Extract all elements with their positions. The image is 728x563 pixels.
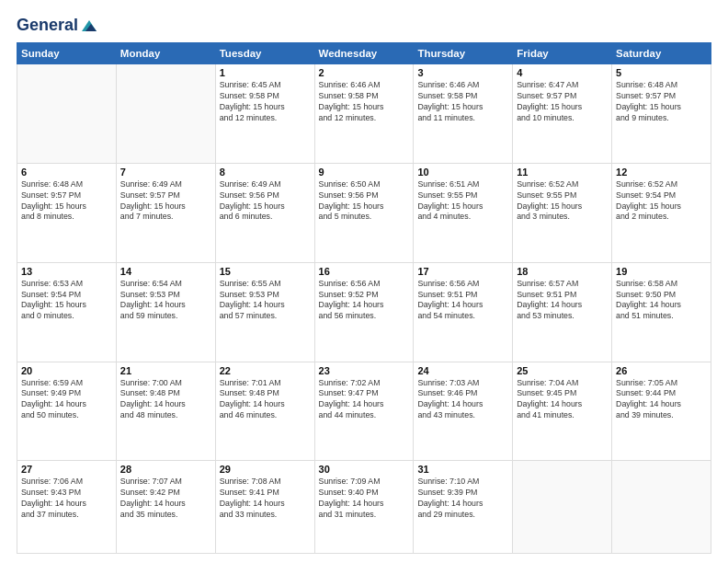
calendar-cell: 9Sunrise: 6:50 AMSunset: 9:56 PMDaylight… [314, 163, 414, 262]
day-number: 29 [220, 464, 311, 475]
calendar-cell: 15Sunrise: 6:55 AMSunset: 9:53 PMDayligh… [215, 262, 314, 362]
calendar-week-4: 20Sunrise: 6:59 AMSunset: 9:49 PMDayligh… [17, 362, 711, 461]
day-info: Sunrise: 6:56 AMSunset: 9:51 PMDaylight:… [417, 279, 508, 323]
day-info: Sunrise: 6:59 AMSunset: 9:49 PMDaylight:… [21, 378, 112, 422]
calendar-week-3: 13Sunrise: 6:53 AMSunset: 9:54 PMDayligh… [17, 262, 711, 362]
calendar-cell: 30Sunrise: 7:09 AMSunset: 9:40 PMDayligh… [314, 461, 414, 554]
day-number: 18 [517, 266, 608, 277]
day-info: Sunrise: 6:46 AMSunset: 9:58 PMDaylight:… [319, 80, 410, 124]
calendar-week-5: 27Sunrise: 7:06 AMSunset: 9:43 PMDayligh… [17, 461, 711, 554]
calendar-cell: 10Sunrise: 6:51 AMSunset: 9:55 PMDayligh… [414, 163, 513, 262]
calendar-cell: 7Sunrise: 6:49 AMSunset: 9:57 PMDaylight… [116, 163, 215, 262]
page: General SundayMondayTuesdayWednesdayThur… [0, 0, 728, 563]
logo-icon [80, 17, 98, 35]
weekday-header-friday: Friday [513, 43, 612, 64]
day-number: 24 [417, 365, 508, 376]
day-info: Sunrise: 7:06 AMSunset: 9:43 PMDaylight:… [21, 477, 112, 521]
header: General [17, 17, 711, 35]
day-info: Sunrise: 7:09 AMSunset: 9:40 PMDaylight:… [319, 477, 410, 521]
day-number: 19 [616, 266, 707, 277]
calendar-table: SundayMondayTuesdayWednesdayThursdayFrid… [17, 42, 711, 554]
day-info: Sunrise: 6:53 AMSunset: 9:54 PMDaylight:… [21, 279, 112, 323]
day-info: Sunrise: 6:56 AMSunset: 9:52 PMDaylight:… [319, 279, 410, 323]
day-info: Sunrise: 7:05 AMSunset: 9:44 PMDaylight:… [616, 378, 707, 422]
day-info: Sunrise: 7:10 AMSunset: 9:39 PMDaylight:… [417, 477, 508, 521]
calendar-cell: 26Sunrise: 7:05 AMSunset: 9:44 PMDayligh… [612, 362, 711, 461]
day-info: Sunrise: 6:51 AMSunset: 9:55 PMDaylight:… [417, 179, 508, 224]
calendar-cell: 1Sunrise: 6:45 AMSunset: 9:58 PMDaylight… [215, 64, 314, 164]
day-info: Sunrise: 6:50 AMSunset: 9:56 PMDaylight:… [319, 179, 410, 224]
day-number: 3 [417, 67, 508, 78]
day-number: 27 [21, 464, 112, 475]
day-number: 20 [21, 365, 112, 376]
calendar-cell: 17Sunrise: 6:56 AMSunset: 9:51 PMDayligh… [414, 262, 513, 362]
day-number: 5 [616, 67, 707, 78]
calendar-cell: 22Sunrise: 7:01 AMSunset: 9:48 PMDayligh… [215, 362, 314, 461]
day-info: Sunrise: 7:03 AMSunset: 9:46 PMDaylight:… [417, 378, 508, 422]
calendar-cell: 16Sunrise: 6:56 AMSunset: 9:52 PMDayligh… [314, 262, 414, 362]
calendar-cell: 23Sunrise: 7:02 AMSunset: 9:47 PMDayligh… [314, 362, 414, 461]
calendar-cell: 14Sunrise: 6:54 AMSunset: 9:53 PMDayligh… [116, 262, 215, 362]
weekday-header-row: SundayMondayTuesdayWednesdayThursdayFrid… [17, 43, 711, 64]
calendar-cell: 20Sunrise: 6:59 AMSunset: 9:49 PMDayligh… [17, 362, 117, 461]
day-number: 12 [616, 167, 707, 178]
day-number: 26 [616, 365, 707, 376]
day-info: Sunrise: 7:07 AMSunset: 9:42 PMDaylight:… [120, 477, 211, 521]
day-number: 23 [319, 365, 410, 376]
calendar-cell: 18Sunrise: 6:57 AMSunset: 9:51 PMDayligh… [513, 262, 612, 362]
day-info: Sunrise: 6:49 AMSunset: 9:56 PMDaylight:… [220, 179, 311, 224]
day-number: 4 [517, 67, 608, 78]
weekday-header-saturday: Saturday [612, 43, 711, 64]
calendar-cell: 21Sunrise: 7:00 AMSunset: 9:48 PMDayligh… [116, 362, 215, 461]
day-number: 28 [120, 464, 211, 475]
calendar-cell [513, 461, 612, 554]
day-info: Sunrise: 6:58 AMSunset: 9:50 PMDaylight:… [616, 279, 707, 323]
day-number: 25 [517, 365, 608, 376]
day-info: Sunrise: 6:55 AMSunset: 9:53 PMDaylight:… [220, 279, 311, 323]
logo-text-general: General [17, 17, 78, 35]
day-number: 8 [220, 167, 311, 178]
day-number: 16 [319, 266, 410, 277]
calendar-cell: 13Sunrise: 6:53 AMSunset: 9:54 PMDayligh… [17, 262, 117, 362]
day-info: Sunrise: 6:49 AMSunset: 9:57 PMDaylight:… [120, 179, 211, 224]
weekday-header-tuesday: Tuesday [215, 43, 314, 64]
calendar-cell: 25Sunrise: 7:04 AMSunset: 9:45 PMDayligh… [513, 362, 612, 461]
day-number: 9 [319, 167, 410, 178]
day-info: Sunrise: 7:08 AMSunset: 9:41 PMDaylight:… [220, 477, 311, 521]
calendar-cell: 28Sunrise: 7:07 AMSunset: 9:42 PMDayligh… [116, 461, 215, 554]
day-info: Sunrise: 6:48 AMSunset: 9:57 PMDaylight:… [616, 80, 707, 124]
day-number: 14 [120, 266, 211, 277]
weekday-header-thursday: Thursday [414, 43, 513, 64]
calendar-cell: 11Sunrise: 6:52 AMSunset: 9:55 PMDayligh… [513, 163, 612, 262]
day-number: 1 [220, 67, 311, 78]
calendar-cell: 8Sunrise: 6:49 AMSunset: 9:56 PMDaylight… [215, 163, 314, 262]
day-info: Sunrise: 6:47 AMSunset: 9:57 PMDaylight:… [517, 80, 608, 124]
day-info: Sunrise: 6:57 AMSunset: 9:51 PMDaylight:… [517, 279, 608, 323]
calendar-cell [612, 461, 711, 554]
calendar-cell: 24Sunrise: 7:03 AMSunset: 9:46 PMDayligh… [414, 362, 513, 461]
calendar-cell: 3Sunrise: 6:46 AMSunset: 9:58 PMDaylight… [414, 64, 513, 164]
calendar-cell: 27Sunrise: 7:06 AMSunset: 9:43 PMDayligh… [17, 461, 117, 554]
weekday-header-monday: Monday [116, 43, 215, 64]
day-info: Sunrise: 7:01 AMSunset: 9:48 PMDaylight:… [220, 378, 311, 422]
day-number: 17 [417, 266, 508, 277]
day-info: Sunrise: 6:52 AMSunset: 9:55 PMDaylight:… [517, 179, 608, 224]
calendar-cell: 2Sunrise: 6:46 AMSunset: 9:58 PMDaylight… [314, 64, 414, 164]
calendar-cell: 12Sunrise: 6:52 AMSunset: 9:54 PMDayligh… [612, 163, 711, 262]
day-number: 6 [21, 167, 112, 178]
calendar-cell: 5Sunrise: 6:48 AMSunset: 9:57 PMDaylight… [612, 64, 711, 164]
weekday-header-wednesday: Wednesday [314, 43, 414, 64]
day-number: 30 [319, 464, 410, 475]
day-info: Sunrise: 6:48 AMSunset: 9:57 PMDaylight:… [21, 179, 112, 224]
day-number: 22 [220, 365, 311, 376]
day-info: Sunrise: 7:02 AMSunset: 9:47 PMDaylight:… [319, 378, 410, 422]
day-number: 2 [319, 67, 410, 78]
calendar-week-2: 6Sunrise: 6:48 AMSunset: 9:57 PMDaylight… [17, 163, 711, 262]
day-info: Sunrise: 6:52 AMSunset: 9:54 PMDaylight:… [616, 179, 707, 224]
calendar-cell: 31Sunrise: 7:10 AMSunset: 9:39 PMDayligh… [414, 461, 513, 554]
day-number: 31 [417, 464, 508, 475]
calendar-cell [116, 64, 215, 164]
day-info: Sunrise: 6:45 AMSunset: 9:58 PMDaylight:… [220, 80, 311, 124]
logo: General [17, 17, 98, 35]
calendar-cell: 6Sunrise: 6:48 AMSunset: 9:57 PMDaylight… [17, 163, 117, 262]
